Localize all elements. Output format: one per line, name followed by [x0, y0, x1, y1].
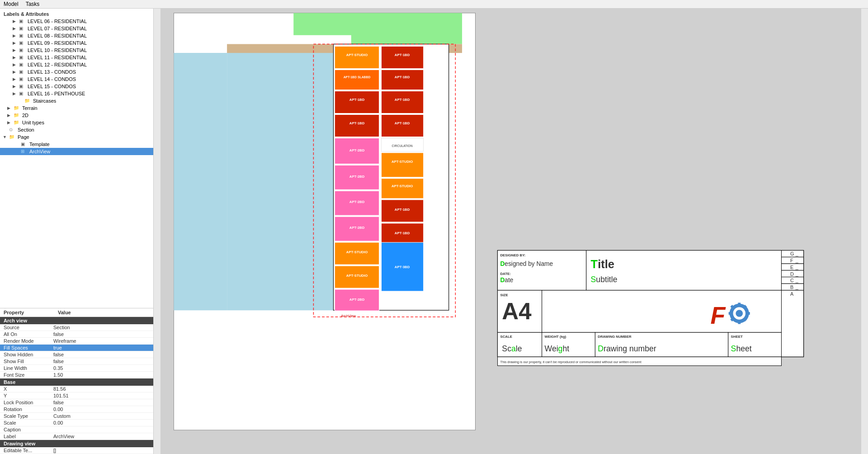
svg-text:E: E [790, 265, 793, 270]
drawing-canvas: APT·STUDIO APT·1BD APT·1BD SLABBD APT·1B… [154, 9, 868, 454]
tree-item-level07[interactable]: ▶ ▣ LEVEL 07 - RESIDENTIAL [0, 25, 153, 32]
tree-item-terrain[interactable]: ▶ 📁 Terrain [0, 104, 153, 112]
arrow-icon: ▶ [13, 41, 19, 45]
tree-item-staircases[interactable]: ▶ 📁 Staircases [0, 97, 153, 104]
prop-name: Render Mode [4, 338, 53, 344]
svg-text:Designed by Name: Designed by Name [500, 260, 553, 267]
prop-linewidth: Line Width 0.35 [0, 365, 153, 372]
prop-value: 101.51 [53, 393, 150, 398]
svg-rect-8 [335, 46, 379, 68]
prop-group-base: Base [0, 378, 153, 386]
tree-label: LEVEL 16 - PENTHOUSE [28, 91, 85, 96]
tree-item-level14[interactable]: ▶ ▣ LEVEL 14 - CONDOS [0, 76, 153, 83]
doc-icon: ▣ [19, 33, 26, 38]
prop-scale: Scale 0.00 [0, 420, 153, 426]
svg-text:Subtitle: Subtitle [591, 275, 618, 284]
svg-rect-16 [335, 91, 379, 113]
svg-rect-88 [738, 303, 741, 306]
svg-text:F: F [790, 258, 793, 263]
svg-text:APT·1BD: APT·1BD [395, 231, 410, 235]
folder-icon: 📁 [14, 105, 21, 111]
svg-rect-90 [729, 312, 732, 315]
prop-name: Source [4, 325, 53, 330]
tree-label: Terrain [22, 105, 38, 111]
arrow-icon: ▼ [3, 135, 9, 139]
doc-icon: ▣ [19, 47, 26, 53]
prop-value: false [53, 359, 150, 364]
svg-text:_: _ [795, 251, 799, 256]
svg-rect-14 [382, 70, 424, 90]
tree-item-level13[interactable]: ▶ ▣ LEVEL 13 - CONDOS [0, 68, 153, 76]
menu-model[interactable]: Model [4, 1, 19, 7]
canvas-area[interactable]: APT·STUDIO APT·1BD APT·1BD SLABBD APT·1B… [154, 9, 868, 454]
svg-text:APT·STUDIO: APT·STUDIO [346, 250, 368, 254]
prop-name: Show Hidden [4, 352, 53, 357]
svg-text:Date: Date [500, 277, 513, 284]
svg-text:APT·1BD: APT·1BD [395, 53, 410, 57]
arrow-icon: ▶ [13, 19, 19, 24]
prop-value: false [53, 352, 150, 357]
folder-blue-icon: 📁 [14, 120, 21, 125]
svg-text:WEIGHT (kg): WEIGHT (kg) [545, 335, 566, 339]
left-panel: Labels & Attributes ▶ ▣ LEVEL 06 - RESID… [0, 9, 154, 454]
tree-item-level15[interactable]: ▶ ▣ LEVEL 15 - CONDOS [0, 83, 153, 90]
svg-text:APT·2BD: APT·2BD [349, 175, 365, 179]
prop-showhidden: Show Hidden false [0, 351, 153, 358]
svg-text:APT·3BD: APT·3BD [395, 265, 410, 269]
col-property: Property [4, 310, 58, 315]
doc-icon: ▣ [19, 19, 26, 24]
tree-label: LEVEL 07 - RESIDENTIAL [28, 26, 87, 31]
tree-item-level16[interactable]: ▶ ▣ LEVEL 16 - PENTHOUSE [0, 90, 153, 97]
tree-label: Staircases [33, 98, 56, 104]
svg-text:B: B [790, 284, 793, 290]
tree-item-level12[interactable]: ▶ ▣ LEVEL 12 - RESIDENTIAL [0, 61, 153, 68]
main-layout: Labels & Attributes ▶ ▣ LEVEL 06 - RESID… [0, 9, 868, 454]
prop-group-drawingview: Drawing view [0, 440, 153, 447]
svg-text:This drawing is our property, : This drawing is our property, it can't b… [500, 360, 641, 364]
doc-icon: ▣ [19, 40, 26, 46]
svg-text:_: _ [795, 271, 799, 277]
prop-value: 0.00 [53, 407, 150, 412]
prop-y: Y 101.51 [0, 393, 153, 399]
prop-group-archview: Arch view [0, 317, 153, 324]
arrow-icon: ▶ [7, 113, 14, 118]
tree-item-unittypes[interactable]: ▶ 📁 Unit types [0, 119, 153, 126]
svg-text:C: C [790, 278, 794, 283]
svg-text:_: _ [795, 278, 799, 283]
arrow-icon: ▶ [13, 55, 19, 60]
tree-item-2d[interactable]: ▶ 📁 2D [0, 112, 153, 119]
tree-item-archview[interactable]: ▶ ⊞ ArchView [0, 148, 153, 155]
prop-value: Custom [53, 413, 150, 419]
prop-name: All On [4, 331, 53, 337]
svg-text:APT·1BD SLABBD: APT·1BD SLABBD [344, 76, 371, 79]
prop-value: 81.56 [53, 386, 150, 392]
svg-text:Sheet: Sheet [731, 344, 752, 353]
svg-text:APT·1BD: APT·1BD [395, 75, 410, 79]
arrow-icon: ▶ [13, 91, 19, 96]
tree-item-level11[interactable]: ▶ ▣ LEVEL 11 - RESIDENTIAL [0, 54, 153, 61]
folder-icon: 📁 [24, 98, 32, 104]
prop-name: Show Fill [4, 359, 53, 364]
folder-icon: 📁 [9, 134, 16, 140]
prop-name: Rotation [4, 407, 53, 412]
prop-source: Source Section [0, 324, 153, 331]
prop-value: 0.35 [53, 365, 150, 371]
svg-rect-89 [738, 321, 741, 324]
svg-rect-10 [382, 46, 424, 68]
svg-text:APT·2BD: APT·2BD [349, 148, 365, 152]
tree-label: LEVEL 15 - CONDOS [28, 84, 76, 89]
tree-item-section[interactable]: ▶ ⊙ Section [0, 126, 153, 133]
svg-text:_: _ [795, 265, 799, 270]
svg-text:SIZE: SIZE [500, 293, 508, 297]
svg-text:ArchView: ArchView [341, 314, 356, 318]
menu-tasks[interactable]: Tasks [26, 1, 40, 7]
tree-label: LEVEL 10 - RESIDENTIAL [28, 47, 87, 53]
doc-icon: ▣ [19, 62, 26, 67]
tree-item-page[interactable]: ▼ 📁 Page [0, 133, 153, 141]
tree-item-level09[interactable]: ▶ ▣ LEVEL 09 - RESIDENTIAL [0, 39, 153, 47]
tree-item-template[interactable]: ▶ ▣ Template [0, 141, 153, 148]
tree-item-level08[interactable]: ▶ ▣ LEVEL 08 - RESIDENTIAL [0, 32, 153, 39]
arrow-icon: ▶ [13, 62, 19, 67]
tree-item-level10[interactable]: ▶ ▣ LEVEL 10 - RESIDENTIAL [0, 47, 153, 54]
tree-item-level06[interactable]: ▶ ▣ LEVEL 06 - RESIDENTIAL [0, 18, 153, 25]
